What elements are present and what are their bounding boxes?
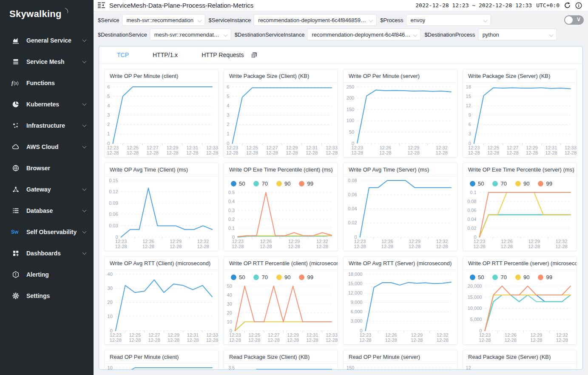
tab-tcp[interactable]: TCP: [117, 52, 129, 58]
sidebar-item-functions[interactable]: f(x) Functions: [0, 72, 94, 94]
chart-plot[interactable]: 024681012:2312-2812:2512-2812:2712-2812:…: [105, 364, 218, 370]
legend-item[interactable]: 90: [276, 180, 290, 187]
sidebar-item-service-mesh[interactable]: Service Mesh: [0, 51, 94, 72]
svg-text:12:23: 12:23: [110, 332, 122, 338]
svg-text:12:31: 12:31: [306, 145, 318, 150]
svg-text:12-28: 12-28: [226, 150, 238, 155]
svg-text:12-28: 12-28: [505, 338, 517, 343]
legend-item[interactable]: 90: [515, 274, 529, 281]
svg-text:12-28: 12-28: [260, 244, 272, 249]
chart-plot[interactable]: 00.020.040.060.0812:2312-2812:2612-2812:…: [344, 176, 457, 251]
svg-text:10: 10: [108, 365, 113, 370]
svg-text:12-28: 12-28: [286, 150, 298, 155]
filter-destination-process: $DestinationProcess python: [424, 29, 557, 40]
svg-text:150: 150: [347, 365, 354, 370]
chart-plot[interactable]: 03,0006,0009,00012,00015,00018,00012:231…: [344, 270, 457, 344]
view-toggle[interactable]: V: [564, 15, 584, 25]
legend-item[interactable]: 50: [470, 180, 484, 187]
svg-text:12-28: 12-28: [107, 150, 119, 155]
filter-row-source: $Service mesh-svr::recommendation $Servi…: [98, 14, 584, 26]
legend-item[interactable]: 70: [492, 274, 506, 281]
legend-dot-icon: [231, 181, 236, 186]
legend-item[interactable]: 99: [538, 274, 552, 281]
chevron-down-icon: [197, 18, 202, 23]
chart-plot[interactable]: 036912151812:2312-2812:2512-2812:2712-28…: [463, 83, 577, 157]
filter-service-instance: $ServiceInstance recommendation-deployme…: [209, 14, 377, 26]
svg-text:12:29: 12:29: [287, 332, 299, 338]
svg-text:12:26: 12:26: [385, 332, 397, 338]
chart-title: Write OP Avg Time (Server) (ms): [344, 163, 457, 176]
refresh-icon[interactable]: [564, 2, 571, 9]
svg-text:50: 50: [227, 283, 232, 289]
chart-card: Write Package Size (Client) (KB) 0123456…: [224, 69, 338, 157]
legend-item[interactable]: 70: [492, 180, 506, 187]
copy-icon[interactable]: [250, 52, 258, 59]
sidebar-item-dashboards[interactable]: Dashboards: [0, 243, 94, 264]
sidebar-item-browser[interactable]: Browser: [0, 157, 94, 179]
sidebar-item-kubernetes[interactable]: Kubernetes: [0, 94, 94, 115]
service-instance-select[interactable]: recommendation-deployment-6c4f846859-l8r…: [253, 14, 377, 26]
svg-text:12:32: 12:32: [556, 239, 568, 244]
chart-plot[interactable]: 012345612:2312-2812:2512-2812:2712-2812:…: [105, 83, 218, 157]
chart-plot[interactable]: 5070909900.020.040.060.080.112:2312-2812…: [463, 176, 577, 251]
chart-legend: 50709099: [463, 176, 577, 188]
legend-item[interactable]: 70: [253, 274, 267, 281]
svg-text:12:31: 12:31: [545, 145, 557, 150]
svg-text:12:29: 12:29: [170, 239, 182, 244]
svg-text:12:33: 12:33: [326, 145, 338, 150]
time-range[interactable]: 2022-12-28 12:23 ~ 2022-12-28 12:33: [415, 2, 532, 9]
chart-plot[interactable]: 507090990102030405012:2312-2812:2512-281…: [224, 270, 338, 344]
legend-item[interactable]: 90: [515, 180, 529, 187]
legend-item[interactable]: 50: [231, 274, 245, 281]
collapse-sidebar-icon[interactable]: [98, 2, 105, 9]
tab-http1x[interactable]: HTTP/1.x: [153, 52, 178, 58]
legend-item[interactable]: 50: [231, 180, 245, 187]
svg-text:12:23: 12:23: [351, 145, 363, 150]
chart-plot[interactable]: 00.030.060.090.120.1512:2312-2812:2612-2…: [105, 176, 218, 251]
sidebar-item-infrastructure[interactable]: Infrastructure: [0, 115, 94, 136]
chart-plot[interactable]: 00.511.522.533.512:2312-2812:2512-2812:2…: [224, 364, 338, 370]
sidebar-item-self-observability[interactable]: Sw Self Observability: [0, 221, 94, 243]
legend-item[interactable]: 99: [299, 274, 313, 281]
cloud-icon: [11, 143, 20, 151]
info-icon[interactable]: [575, 2, 582, 9]
legend-item[interactable]: 70: [253, 180, 267, 187]
svg-text:12-28: 12-28: [186, 150, 198, 155]
svg-text:12-28: 12-28: [326, 150, 338, 155]
chart-plot[interactable]: 030609012015012:2312-2812:2612-2812:2912…: [344, 364, 457, 370]
sidebar-item-aws-cloud[interactable]: AWS Cloud: [0, 136, 94, 157]
svg-text:12:25: 12:25: [487, 145, 499, 150]
legend-item[interactable]: 50: [470, 274, 484, 281]
legend-item[interactable]: 99: [538, 180, 552, 187]
tab-http-requests[interactable]: HTTP Requests: [202, 52, 244, 58]
sidebar-item-alerting[interactable]: Alerting: [0, 264, 94, 285]
destination-service-instance-select[interactable]: recommendation-deployment-6c4f846859-l8r…: [307, 29, 421, 40]
sidebar-item-settings[interactable]: Settings: [0, 285, 94, 306]
legend-dot-icon: [276, 275, 282, 280]
skywalking-logo[interactable]: Skywalking: [0, 0, 94, 24]
service-select[interactable]: mesh-svr::recommendation: [122, 14, 205, 26]
destination-process-select[interactable]: python: [478, 29, 557, 40]
svg-text:12-28: 12-28: [528, 244, 540, 249]
legend-label: 50: [239, 180, 245, 187]
process-select[interactable]: envoy: [406, 14, 491, 26]
legend-item[interactable]: 99: [299, 180, 313, 187]
sidebar-item-database[interactable]: Database: [0, 200, 94, 221]
svg-text:40: 40: [227, 292, 232, 298]
sidebar-item-general-service[interactable]: General Service: [0, 30, 94, 51]
legend-item[interactable]: 90: [276, 274, 290, 281]
app-root: Skywalking General Service Service Mesh …: [0, 0, 588, 375]
chart-plot[interactable]: 012345612:2312-2812:2512-2812:2712-2812:…: [224, 83, 338, 157]
chart-plot[interactable]: 5070909905,00010,00015,00020,00012:2312-…: [463, 270, 577, 344]
svg-text:12-28: 12-28: [248, 338, 260, 343]
destination-service-select[interactable]: mesh-svr::recommendation: [150, 29, 231, 40]
svg-text:12-28: 12-28: [530, 338, 542, 343]
sidebar-item-gateway[interactable]: Gateway: [0, 179, 94, 200]
chart-plot[interactable]: 5070909900.10.20.30.40.512:2312-2812:261…: [224, 176, 338, 251]
chart-plot[interactable]: 01020304012:2312-2812:2512-2812:2712-281…: [105, 270, 218, 344]
chevron-down-icon: [223, 33, 227, 37]
svg-text:12-28: 12-28: [507, 150, 519, 155]
chart-plot[interactable]: 02468101212:2312-2812:2512-2812:2712-281…: [463, 364, 577, 370]
chart-plot[interactable]: 05010015020025012:2312-2812:2612-2812:29…: [344, 83, 457, 157]
svg-text:12:27: 12:27: [147, 145, 159, 150]
